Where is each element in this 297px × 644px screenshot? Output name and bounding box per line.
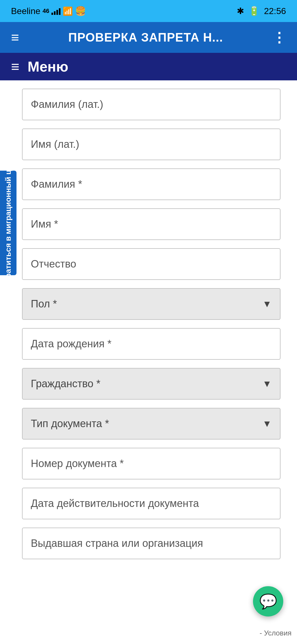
last-name-latin-input[interactable] xyxy=(31,89,272,120)
bottom-strip-text: - Условия xyxy=(260,629,292,637)
last-name-field[interactable] xyxy=(22,168,280,200)
doc-validity-input[interactable] xyxy=(31,488,272,519)
doc-type-dropdown-icon: ▼ xyxy=(262,418,272,429)
menu-bar[interactable]: ≡ Меню xyxy=(0,53,297,80)
app-bar: ≡ ПРОВЕРКА ЗАПРЕТА Н... ⋮ xyxy=(0,22,297,53)
first-name-latin-input[interactable] xyxy=(31,129,272,160)
sidebar-migration-tab[interactable]: Обратиться в миграционный цент xyxy=(0,171,16,275)
citizenship-select-label: Гражданство * xyxy=(31,378,100,390)
network-type: 46 xyxy=(43,7,49,15)
gender-dropdown-icon: ▼ xyxy=(262,299,272,309)
status-bar-right: ✱ 🔋 22:56 xyxy=(237,6,286,16)
carrier-label: Beeline xyxy=(11,6,40,16)
menu-icon[interactable]: ≡ xyxy=(11,58,19,75)
middle-name-input[interactable] xyxy=(31,249,272,279)
app-bar-title: ПРОВЕРКА ЗАПРЕТА Н... xyxy=(68,31,223,44)
chat-fab-button[interactable]: 💬 xyxy=(253,586,283,616)
menu-title: Меню xyxy=(28,58,68,75)
middle-name-field[interactable] xyxy=(22,248,280,280)
birth-date-input[interactable] xyxy=(31,329,272,359)
hamburger-icon[interactable]: ≡ xyxy=(11,29,19,45)
signal-icon xyxy=(51,7,61,15)
doc-number-input[interactable] xyxy=(31,448,272,479)
first-name-latin-field[interactable] xyxy=(22,129,280,160)
status-bar-left: Beeline 46 📶 🍔 xyxy=(11,6,86,16)
doc-number-field[interactable] xyxy=(22,448,280,479)
birth-date-field[interactable] xyxy=(22,328,280,360)
sidebar-tab-label: Обратиться в миграционный цент xyxy=(4,157,13,289)
bottom-strip: - Условия xyxy=(160,622,297,644)
doc-type-select[interactable]: Тип документа * ▼ xyxy=(22,408,280,440)
last-name-input[interactable] xyxy=(31,169,272,200)
gender-select[interactable]: Пол * ▼ xyxy=(22,288,280,320)
first-name-field[interactable] xyxy=(22,208,280,240)
doc-type-select-label: Тип документа * xyxy=(31,418,109,430)
notification-icon: 🍔 xyxy=(75,6,86,16)
battery-icon: 🔋 xyxy=(249,6,260,16)
form-container: Пол * ▼ Гражданство * ▼ Тип документа * … xyxy=(0,80,297,644)
first-name-input[interactable] xyxy=(31,209,272,239)
issuing-org-input[interactable] xyxy=(31,528,272,559)
more-options-icon[interactable]: ⋮ xyxy=(272,29,286,45)
last-name-latin-field[interactable] xyxy=(22,89,280,120)
time-label: 22:56 xyxy=(264,6,286,16)
citizenship-select[interactable]: Гражданство * ▼ xyxy=(22,368,280,400)
issuing-org-field[interactable] xyxy=(22,528,280,559)
status-bar: Beeline 46 📶 🍔 ✱ 🔋 22:56 xyxy=(0,0,297,22)
gender-select-label: Пол * xyxy=(31,298,57,310)
chat-fab-icon: 💬 xyxy=(259,593,277,610)
bluetooth-icon: ✱ xyxy=(237,6,244,16)
citizenship-dropdown-icon: ▼ xyxy=(262,378,272,389)
doc-validity-field[interactable] xyxy=(22,488,280,519)
wifi-icon: 📶 xyxy=(63,6,73,16)
